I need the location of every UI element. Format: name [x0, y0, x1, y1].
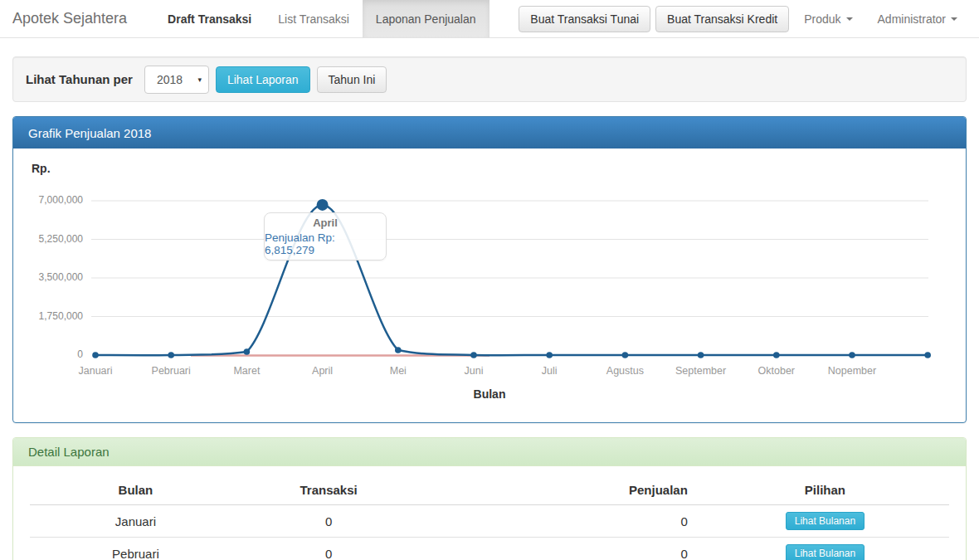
- data-point[interactable]: [546, 352, 553, 358]
- data-point[interactable]: [92, 352, 99, 358]
- y-axis-title: Rp.: [32, 162, 51, 175]
- column-header-bulan: Bulan: [30, 478, 241, 505]
- x-tick-label: Juni: [434, 365, 514, 377]
- column-header-pilihan: Pilihan: [701, 478, 949, 505]
- data-point[interactable]: [698, 352, 704, 358]
- sales-series-line: [95, 205, 928, 355]
- navbar: Apotek Sejahtera Draft Transaksi List Tr…: [0, 0, 979, 38]
- caret-down-icon: [951, 17, 957, 21]
- x-tick-label: Januari: [56, 365, 135, 377]
- x-tick-label: Agustus: [585, 365, 665, 377]
- select-caret-icon: ▾: [197, 75, 202, 84]
- nav-item-draft-transaksi[interactable]: Draft Transaksi: [154, 0, 265, 37]
- sales-chart-panel: Grafik Penjualan 2018 Rp. April Penjuala…: [12, 116, 967, 423]
- detail-report-panel: Detail Laporan BulanTransaksiPenjualanPi…: [12, 437, 967, 560]
- transaksi-cell: 0: [241, 538, 416, 560]
- data-point[interactable]: [395, 347, 402, 353]
- data-point[interactable]: [168, 352, 174, 358]
- x-tick-label: September: [661, 365, 741, 377]
- chart-panel-title: Grafik Penjualan 2018: [13, 117, 966, 149]
- lihat-bulanan-button[interactable]: Lihat Bulanan: [786, 544, 865, 560]
- y-tick-label: 1,750,000: [13, 310, 83, 322]
- nav-links: Draft Transaksi List Transaksi Laponan P…: [154, 0, 489, 37]
- navbar-right: Buat Transaksi Tunai Buat Transaksi Kred…: [519, 0, 979, 37]
- year-filter-label: Lihat Tahunan per: [26, 72, 133, 86]
- x-tick-label: Maret: [207, 365, 286, 377]
- x-axis-title: Bulan: [456, 387, 523, 401]
- x-tick-label: Juli: [509, 365, 589, 377]
- data-point[interactable]: [470, 352, 477, 358]
- pilihan-cell: Lihat Bulanan: [701, 505, 949, 538]
- produk-dropdown-label: Produk: [804, 12, 840, 26]
- nav-item-laporan-penjualan[interactable]: Laponan Penjualan: [363, 0, 490, 37]
- y-tick-label: 7,000,000: [13, 194, 83, 206]
- chart-canvas: [13, 149, 966, 422]
- data-point[interactable]: [622, 352, 629, 358]
- column-header-penjualan: Penjualan: [416, 478, 700, 505]
- x-tick-label: Oktober: [737, 365, 816, 377]
- y-tick-label: 0: [13, 348, 83, 360]
- detail-panel-title: Detail Laporan: [13, 438, 966, 466]
- data-point[interactable]: [924, 352, 931, 358]
- y-tick-label: 3,500,000: [13, 271, 83, 283]
- data-point[interactable]: [849, 352, 855, 358]
- chart-tooltip: April Penjualan Rp: 6,815,279: [264, 212, 387, 261]
- year-select-value: 2018: [157, 73, 183, 86]
- x-tick-label: Mei: [358, 365, 438, 377]
- lihat-laporan-button[interactable]: Lihat Laporan: [216, 66, 310, 93]
- penjualan-cell: 0: [416, 538, 700, 560]
- data-point[interactable]: [244, 348, 251, 355]
- x-tick-label: Pebruari: [131, 365, 211, 377]
- lihat-bulanan-button[interactable]: Lihat Bulanan: [786, 512, 865, 530]
- y-tick-label: 5,250,000: [13, 233, 83, 245]
- year-filter-bar: Lihat Tahunan per 2018 ▾ Lihat Laporan T…: [12, 56, 967, 102]
- month-cell: Pebruari: [30, 538, 241, 560]
- buat-transaksi-tunai-button[interactable]: Buat Transaksi Tunai: [519, 6, 650, 32]
- tahun-ini-button[interactable]: Tahun Ini: [317, 66, 387, 93]
- sales-line-chart: Rp. April Penjualan Rp: 6,815,279 Bulan …: [13, 149, 966, 422]
- data-point-highlighted[interactable]: [317, 199, 329, 211]
- app-brand[interactable]: Apotek Sejahtera: [0, 0, 139, 37]
- nav-item-list-transaksi[interactable]: List Transaksi: [265, 0, 363, 37]
- caret-down-icon: [846, 17, 853, 21]
- data-point[interactable]: [773, 352, 780, 358]
- table-row: Januari00Lihat Bulanan: [30, 505, 949, 538]
- x-tick-label: April: [283, 365, 363, 377]
- buat-transaksi-kredit-button[interactable]: Buat Transaksi Kredit: [655, 6, 789, 32]
- x-tick-label: Nopember: [812, 365, 892, 377]
- month-cell: Januari: [30, 505, 241, 538]
- produk-dropdown[interactable]: Produk: [794, 12, 862, 26]
- tooltip-value: Penjualan Rp: 6,815,279: [265, 231, 386, 256]
- tooltip-month: April: [313, 217, 338, 229]
- administrator-dropdown-label: Administrator: [878, 12, 946, 26]
- table-row: Pebruari00Lihat Bulanan: [30, 538, 949, 560]
- year-select[interactable]: 2018 ▾: [144, 66, 209, 94]
- column-header-transaksi: Transaksi: [241, 478, 416, 505]
- monthly-report-table: BulanTransaksiPenjualanPilihan Januari00…: [30, 478, 949, 560]
- penjualan-cell: 0: [416, 505, 700, 538]
- transaksi-cell: 0: [241, 505, 416, 538]
- pilihan-cell: Lihat Bulanan: [701, 538, 949, 560]
- administrator-dropdown[interactable]: Administrator: [868, 12, 967, 26]
